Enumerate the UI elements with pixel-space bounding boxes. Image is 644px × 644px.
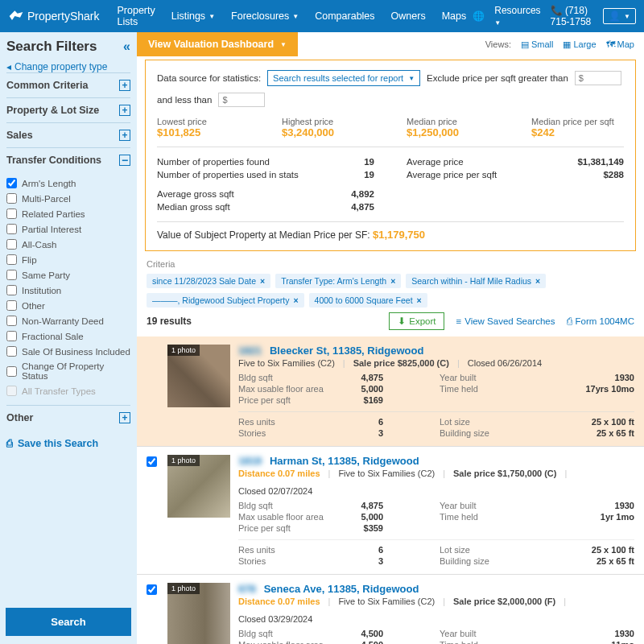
sidebar: Search Filters« ◂ Change property type C… [0, 32, 137, 644]
checkbox[interactable] [6, 178, 17, 188]
listing-photo[interactable]: 1 photo [167, 583, 230, 644]
transfer-item[interactable]: All Transfer Types [6, 383, 130, 398]
criteria-label: Criteria [147, 259, 634, 269]
listing-photo[interactable]: 1 photo [167, 455, 230, 518]
checkbox[interactable] [6, 331, 17, 341]
views-switch: Views: ▤ Small ▦ Large 🗺 Map [485, 39, 634, 50]
listings: 1 photo1821Bleecker St, 11385, Ridgewood… [137, 336, 644, 644]
transfer-item[interactable]: Same Party [6, 267, 130, 283]
listing-closed: Closed 02/07/2024 [238, 486, 312, 496]
checkbox[interactable] [6, 285, 17, 295]
listing-address[interactable]: Harman St, 11385, Ridgewood [270, 455, 419, 467]
export-button[interactable]: ⬇ Export [389, 312, 444, 330]
valuation-dashboard-button[interactable]: View Valuation Dashboard▼ [137, 32, 298, 56]
chip-remove-icon[interactable]: × [390, 276, 395, 286]
listing-row: 1 photo1821Bleecker St, 11385, Ridgewood… [137, 336, 644, 446]
user-icon: 👤 [609, 10, 621, 22]
nav-foreclosures[interactable]: Foreclosures▼ [225, 0, 305, 35]
transfer-item[interactable]: Sale Of Business Included [6, 344, 130, 359]
chip-remove-icon[interactable]: × [417, 295, 422, 305]
listing-type: Five to Six Families (C2) [338, 597, 435, 606]
transfer-item[interactable]: Non-Warranty Deed [6, 313, 130, 328]
view-saved-searches[interactable]: ≡ View Saved Searches [456, 312, 555, 330]
search-button[interactable]: Search [6, 608, 131, 636]
listing-row: 1 photo678Seneca Ave, 11385, RidgewoodDi… [137, 574, 644, 644]
nav-resources[interactable]: Resources ▼ [494, 5, 540, 27]
checkbox[interactable] [6, 366, 17, 377]
transfer-item[interactable]: Other [6, 298, 130, 313]
filter-sales[interactable]: Sales+ [6, 122, 130, 147]
chip-remove-icon[interactable]: × [260, 276, 265, 286]
listing-checkbox[interactable] [147, 584, 157, 595]
plus-icon: + [119, 412, 130, 423]
checkbox[interactable] [6, 224, 17, 234]
form-1004mc[interactable]: ⎙ Form 1004MC [567, 312, 635, 330]
stat-medg-v: 4,875 [351, 202, 374, 212]
transfer-item[interactable]: Partial Interest [6, 221, 130, 237]
stat-avgp-l: Average price [407, 157, 464, 167]
ds-label: Data source for statistics: [157, 73, 261, 83]
stat-median-val: $1,250,000 [407, 126, 499, 138]
view-large[interactable]: ▦ Large [563, 39, 596, 50]
chevron-down-icon: ▼ [208, 13, 215, 20]
stat-avgg-v: 4,892 [351, 189, 374, 199]
transfer-item[interactable]: Change Of Property Status [6, 359, 130, 383]
transfer-item[interactable]: Institution [6, 283, 130, 298]
criteria-chips: since 11/28/2023 Sale Date×Transfer Type… [147, 274, 634, 308]
results-bar: 19 results ⬇ Export ≡ View Saved Searche… [137, 312, 644, 336]
listing-type: Five to Six Families (C2) [338, 469, 435, 478]
nav-maps[interactable]: Maps [436, 0, 473, 35]
view-small[interactable]: ▤ Small [521, 39, 554, 50]
transfer-item[interactable]: Multi-Parcel [6, 191, 130, 206]
stats-box: Data source for statistics: Search resul… [145, 60, 636, 251]
checkbox[interactable] [6, 208, 17, 219]
excl-lt-input[interactable] [218, 93, 265, 107]
view-map[interactable]: 🗺 Map [606, 39, 634, 49]
nav-listings[interactable]: Listings▼ [165, 0, 221, 35]
user-menu[interactable]: 👤▼ [603, 8, 636, 24]
filter-common[interactable]: Common Criteria+ [6, 72, 130, 97]
listing-photo[interactable]: 1 photo [167, 345, 230, 407]
views-label: Views: [485, 39, 511, 49]
checkbox[interactable] [6, 316, 17, 326]
transfer-item[interactable]: Arm's Length [6, 175, 130, 191]
transfer-item[interactable]: Fractional Sale [6, 328, 130, 344]
stat-lowest-val: $101,825 [157, 126, 250, 138]
checkbox[interactable] [6, 300, 17, 311]
checkbox[interactable] [6, 193, 17, 204]
minus-icon: − [119, 155, 130, 166]
nav-property-lists[interactable]: Property Lists [110, 0, 161, 35]
valuation-bar: View Valuation Dashboard▼ Views: ▤ Small… [137, 32, 644, 56]
change-property-type[interactable]: ◂ Change property type [6, 61, 130, 72]
nav-phone[interactable]: 📞 (718) 715-1758 [551, 5, 594, 27]
filter-transfer[interactable]: Transfer Conditions− [6, 147, 130, 172]
listing-checkbox[interactable] [147, 456, 157, 467]
transfer-item[interactable]: Related Parties [6, 206, 130, 221]
checkbox[interactable] [6, 270, 17, 280]
excl-gt-input[interactable] [575, 71, 621, 85]
chevron-down-icon: ▼ [292, 13, 299, 20]
ds-select[interactable]: Search results selected for report▼ [267, 70, 420, 86]
listing-address[interactable]: Seneca Ave, 11385, Ridgewood [264, 583, 419, 595]
globe-icon[interactable]: 🌐 [473, 10, 485, 22]
checkbox[interactable] [6, 386, 17, 396]
nav-owners[interactable]: Owners [385, 0, 432, 35]
transfer-item[interactable]: Flip [6, 252, 130, 267]
chip-remove-icon[interactable]: × [535, 276, 540, 286]
nav-comparables[interactable]: Comparables [308, 0, 381, 35]
checkbox[interactable] [6, 239, 17, 250]
transfer-item[interactable]: All-Cash [6, 237, 130, 252]
filter-lot[interactable]: Property & Lot Size+ [6, 97, 130, 122]
checkbox[interactable] [6, 254, 17, 265]
photo-count: 1 photo [167, 455, 200, 466]
save-search[interactable]: ⎙Save this Search [6, 438, 130, 449]
collapse-icon[interactable]: « [123, 39, 130, 54]
listing-address[interactable]: Bleecker St, 11385, Ridgewood [270, 345, 423, 357]
checkbox[interactable] [6, 346, 17, 357]
filter-other[interactable]: Other+ [6, 405, 130, 430]
criteria-chip: Search within - Half Mile Radius× [406, 274, 546, 288]
logo[interactable]: PropertyShark [8, 8, 99, 24]
shark-icon [8, 8, 24, 24]
stat-medpsf-label: Median price per sqft [531, 117, 624, 126]
chip-remove-icon[interactable]: × [293, 295, 298, 305]
